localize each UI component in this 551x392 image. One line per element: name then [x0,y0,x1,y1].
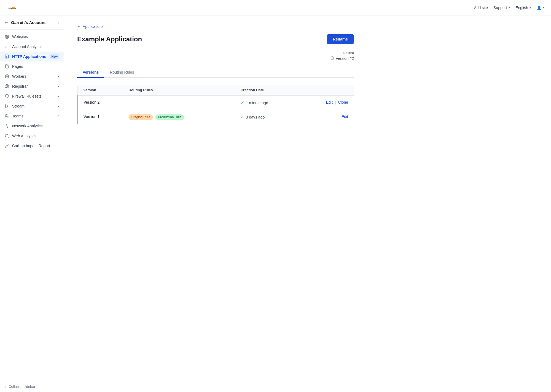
creation-date-text-v2: 1 minute ago [246,101,268,105]
actions-cell-v1: Edit [299,110,354,126]
sidebar-item-teams[interactable]: Teams ↗ [0,111,64,121]
workers-caret: ▾ [58,75,59,78]
activity-icon [4,123,9,128]
row-actions-v1: Edit [304,114,348,119]
external-link-icon: ↗ [57,114,59,118]
version-name-cell: Version 2 [78,96,123,110]
topbar-left: CLOUDFLARE [7,4,18,12]
sidebar-label-firewall: Firewall Rulesets [12,94,55,98]
svg-point-21 [6,114,7,116]
cloudflare-logo[interactable]: CLOUDFLARE [7,4,18,12]
user-caret: ▾ [543,6,544,9]
tabs: Versions Routing Rules [77,67,354,78]
edit-button-v2[interactable]: Edit [326,100,333,104]
sidebar-label-registrar: Registrar [12,84,55,88]
new-badge: New [50,54,59,59]
creation-date-text-v1: 3 days ago [246,115,265,119]
edit-button-v1[interactable]: Edit [342,114,348,119]
svg-rect-9 [6,75,9,78]
svg-point-19 [5,84,9,88]
page-header: Example Application Rename [77,34,354,44]
sidebar-item-registrar[interactable]: Registrar ▾ [0,81,64,91]
layout-icon [4,54,9,59]
user-menu-button[interactable]: 👤 ▾ [537,6,544,10]
sidebar-label-websites: Websites [12,34,59,39]
col-creation-date: Creation Date [235,85,299,96]
action-separator: | [335,100,336,104]
support-caret: ▾ [509,6,510,9]
users-icon [4,114,9,119]
col-actions [299,85,354,96]
svg-rect-10 [6,76,7,77]
sidebar-item-websites[interactable]: Websites [0,32,64,42]
sidebar-item-carbon-impact[interactable]: Carbon Impact Report [0,141,64,151]
sidebar-item-firewall-rulesets[interactable]: Firewall Rulesets ▾ [0,91,64,101]
breadcrumb[interactable]: ← Applications [77,24,354,29]
sidebar-label-workers: Workers [12,74,55,79]
check-icon-v1: ✓ [241,114,244,120]
sidebar-label-account-analytics: Account Analytics [12,44,59,49]
breadcrumb-label: Applications [83,24,104,29]
registrar-caret: ▾ [58,85,59,88]
file-icon [4,64,9,69]
latest-info: Latest Version #2 [77,51,354,61]
collapse-label: Collapse sidebar [9,385,35,389]
staging-rule-badge: Staging Rule [128,114,153,120]
sidebar-label-teams: Teams [12,114,54,118]
sidebar-item-stream[interactable]: Stream ▾ [0,101,64,111]
production-rule-badge: Production Rule [155,114,184,120]
creation-date-v1: ✓ 3 days ago [241,114,293,120]
back-arrow-icon[interactable]: ← [4,20,9,25]
sidebar-item-http-applications[interactable]: HTTP Applications New [0,52,64,61]
firewall-caret: ▾ [58,95,59,98]
support-button[interactable]: Support ▾ [493,6,510,10]
tab-routing-rules[interactable]: Routing Rules [104,67,139,78]
language-caret: ▾ [530,6,531,9]
latest-label: Latest [77,51,354,55]
collapse-sidebar-button[interactable]: « Collapse sidebar [4,385,59,389]
topbar: CLOUDFLARE + Add site Support ▾ English … [0,0,551,15]
creation-date-v2: ✓ 1 minute ago [241,100,293,105]
creation-date-cell: ✓ 1 minute ago [235,96,299,110]
version-1-name: Version 1 [84,114,100,119]
sidebar-item-web-analytics[interactable]: Web Analytics [0,131,64,141]
sidebar-footer: « Collapse sidebar [0,381,64,392]
cpu-icon [4,74,9,79]
bar-chart-icon [4,44,9,49]
tab-versions[interactable]: Versions [77,67,104,78]
sidebar-item-account-analytics[interactable]: Account Analytics [0,42,64,52]
table-row: Version 2 ✓ 1 minute ago Edit [78,96,354,110]
collapse-icon: « [4,385,6,389]
latest-version-text: Version #2 [336,56,354,61]
routing-rules-cell-v1: Staging Rule Production Rule [123,110,235,126]
sidebar-label-http-applications: HTTP Applications [12,54,47,59]
account-name: Garrett's Account [11,20,46,25]
creation-date-cell-v1: ✓ 3 days ago [235,110,299,126]
sidebar-label-web-analytics: Web Analytics [12,134,59,138]
main-content: ← Applications Example Application Renam… [64,15,551,392]
svg-line-23 [8,137,9,138]
row-actions-v2: Edit | Clone [304,100,348,104]
sidebar-header: ← Garrett's Account › [0,15,64,29]
sidebar-label-network-analytics: Network Analytics [12,124,59,128]
version-2-name: Version 2 [84,100,100,104]
topbar-right: + Add site Support ▾ English ▾ 👤 ▾ [471,6,544,10]
sidebar-nav: Websites Account Analytics HTTP Applicat… [0,29,64,381]
language-button[interactable]: English ▾ [515,6,531,10]
sidebar-label-stream: Stream [12,104,55,108]
layout: ← Garrett's Account › Websites Account A… [0,15,551,392]
sidebar-item-workers[interactable]: Workers ▾ [0,71,64,81]
main-inner: ← Applications Example Application Renam… [64,15,367,135]
svg-text:CLOUDFLARE: CLOUDFLARE [7,7,17,9]
clone-button-v2[interactable]: Clone [338,100,348,104]
stream-caret: ▾ [58,105,59,108]
svg-marker-20 [6,104,8,108]
check-icon: ✓ [241,100,244,105]
add-site-button[interactable]: + Add site [471,6,488,10]
sidebar-item-pages[interactable]: Pages [0,61,64,71]
rename-button[interactable]: Rename [327,34,354,44]
globe-icon [4,34,9,39]
sidebar-item-network-analytics[interactable]: Network Analytics [0,121,64,131]
forward-arrow-icon[interactable]: › [58,20,59,25]
breadcrumb-arrow: ← [77,24,81,29]
